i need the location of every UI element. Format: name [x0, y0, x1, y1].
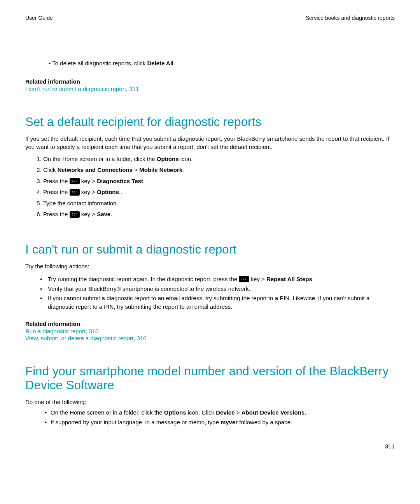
section1-steps: On the Home screen or in a folder, click…: [32, 154, 395, 220]
page-number: 311: [385, 443, 395, 450]
page-header: User Guide Service books and diagnostic …: [25, 15, 395, 21]
step-item: Type the contact information.: [43, 198, 395, 209]
step-item: Press the key > Diagnostics Test.: [43, 176, 395, 187]
list-item: Verify that your BlackBerry® smartphone …: [40, 285, 395, 293]
header-left: User Guide: [25, 15, 53, 21]
related-info-block: Related information Run a diagnostic rep…: [25, 320, 395, 342]
step-item: Press the key > Save.: [43, 209, 395, 220]
list-item: On the Home screen or in a folder, click…: [45, 408, 395, 417]
section2-intro: Try the following actions:: [25, 262, 395, 270]
step-item: On the Home screen or in a folder, click…: [43, 154, 395, 165]
blackberry-key-icon: [239, 276, 249, 282]
related-heading: Related information: [25, 320, 395, 327]
section3-bullets: On the Home screen or in a folder, click…: [25, 408, 395, 427]
blackberry-key-icon: [70, 211, 80, 218]
section1-intro: If you set the default recipient, each t…: [25, 135, 395, 151]
related-link[interactable]: View, submit, or delete a diagnostic rep…: [25, 335, 147, 341]
list-item: Try running the diagnostic report again.…: [40, 275, 395, 284]
top-bullet-item: To delete all diagnostic reports, click …: [49, 60, 395, 66]
list-item: If you cannot submit a diagnostic report…: [40, 294, 395, 311]
list-item: If supported by your input language, in …: [45, 418, 395, 427]
step-item: Press the key > Options..: [43, 187, 395, 198]
step-item: Click Networks and Connections > Mobile …: [43, 164, 395, 176]
section-heading: Find your smartphone model number and ve…: [25, 364, 395, 392]
section3-intro: Do one of the following:: [25, 398, 395, 406]
related-heading: Related information: [25, 78, 395, 85]
related-info-block: Related information I can't run or submi…: [25, 78, 395, 93]
section-heading: I can't run or submit a diagnostic repor…: [25, 243, 395, 257]
blackberry-key-icon: [70, 178, 80, 184]
section2-bullets: Try running the diagnostic report again.…: [25, 275, 395, 311]
section-heading: Set a default recipient for diagnostic r…: [25, 115, 395, 129]
blackberry-key-icon: [70, 189, 80, 196]
related-link[interactable]: I can't run or submit a diagnostic repor…: [25, 86, 139, 92]
header-right: Service books and diagnostic reports: [305, 15, 395, 21]
related-link[interactable]: Run a diagnostic report, 310: [25, 328, 98, 334]
